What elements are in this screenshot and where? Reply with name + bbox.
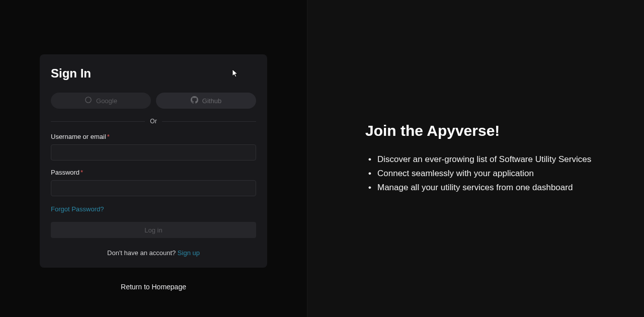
hero-panel: Join the Apyverse! Discover an ever-grow… xyxy=(307,0,644,317)
hero-bullet: Discover an ever-growing list of Softwar… xyxy=(365,152,619,167)
username-label-text: Username or email xyxy=(51,133,106,140)
github-login-button[interactable]: Github xyxy=(156,93,256,109)
username-label: Username or email* xyxy=(51,133,256,140)
password-input[interactable] xyxy=(51,180,256,196)
password-label: Password* xyxy=(51,169,256,176)
signup-link[interactable]: Sign up xyxy=(178,249,200,257)
google-login-label: Google xyxy=(96,97,117,105)
forgot-password-link[interactable]: Forgot Password? xyxy=(51,205,104,213)
google-icon xyxy=(85,96,92,105)
divider-line-right xyxy=(162,121,256,122)
no-account-text: Don't have an account? xyxy=(107,249,178,257)
hero-bullet: Manage all your utility services from on… xyxy=(365,181,619,195)
password-field-group: Password* xyxy=(51,169,256,196)
password-label-text: Password xyxy=(51,169,79,176)
divider-line-left xyxy=(51,121,145,122)
signin-panel: Sign In Google Github xyxy=(0,0,307,317)
signin-card: Sign In Google Github xyxy=(40,54,267,268)
divider-text: Or xyxy=(150,118,156,125)
github-icon xyxy=(191,96,198,105)
return-homepage-link[interactable]: Return to Homepage xyxy=(121,283,186,291)
signin-title: Sign In xyxy=(51,66,256,81)
required-mark: * xyxy=(107,133,110,140)
signup-row: Don't have an account? Sign up xyxy=(51,249,256,257)
username-field-group: Username or email* xyxy=(51,133,256,161)
github-login-label: Github xyxy=(202,97,221,105)
divider-row: Or xyxy=(51,118,256,125)
hero-title: Join the Apyverse! xyxy=(365,122,619,139)
social-login-row: Google Github xyxy=(51,93,256,109)
login-button[interactable]: Log in xyxy=(51,222,256,238)
hero-bullet-list: Discover an ever-growing list of Softwar… xyxy=(365,152,619,195)
google-login-button[interactable]: Google xyxy=(51,93,151,109)
hero-bullet: Connect seamlessly with your application xyxy=(365,167,619,181)
required-mark: * xyxy=(80,169,83,176)
svg-point-0 xyxy=(86,97,91,103)
username-input[interactable] xyxy=(51,144,256,161)
